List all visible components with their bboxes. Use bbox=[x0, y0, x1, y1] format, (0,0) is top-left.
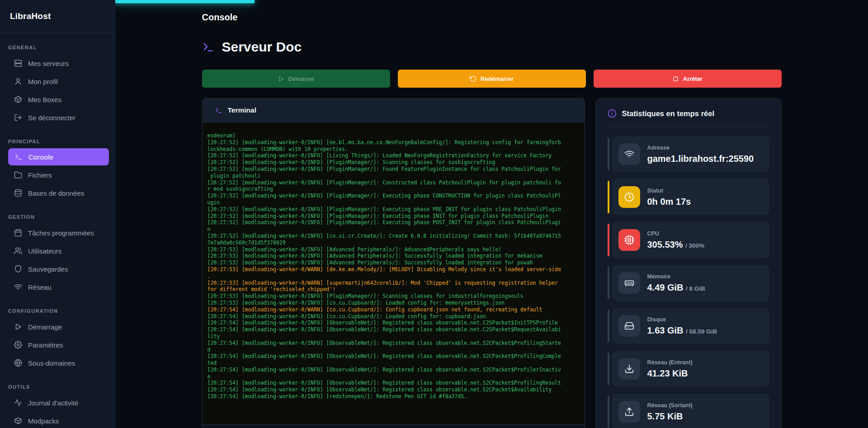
terminal-panel: Terminal exdeorum][20:27:52] [modloading… bbox=[202, 98, 585, 428]
log-line: [20:27:52] [modloading-worker-0/INFO] [c… bbox=[208, 233, 580, 240]
stat-value-main: 0h 0m 17s bbox=[647, 197, 691, 207]
stat-value: 1.63 GiB / 58.59 GiB bbox=[647, 325, 717, 336]
sidebar-item-modpacks[interactable]: Modpacks bbox=[0, 412, 115, 428]
stat-text: Adressegame1.librahost.fr:25590 bbox=[647, 145, 754, 164]
stat-card-cpu: CPU305.53% / 300% bbox=[612, 222, 769, 258]
sidebar-item-utilisateurs[interactable]: Utilisateurs bbox=[0, 242, 115, 260]
terminal-icon bbox=[215, 107, 222, 114]
log-line: [20:27:52] [modloading-worker-0/INFO] [P… bbox=[208, 179, 580, 186]
log-line: [20:27:54] [modloading-worker-0/WARN] [c… bbox=[208, 306, 580, 313]
sidebar-item-taches-programmees[interactable]: Tâches programmées bbox=[0, 224, 115, 242]
gear-icon bbox=[14, 341, 22, 349]
sidebar-item-sauvegardes[interactable]: Sauvegardes bbox=[0, 260, 115, 278]
log-line: 7e7a0da0c560c7d1d5f378929 bbox=[208, 240, 580, 246]
log-line: [20:27:53] [modloading-worker-0/WARN] [s… bbox=[208, 280, 580, 287]
stats-title: Statistiques en temps réel bbox=[622, 109, 715, 118]
sidebar-item-demarrage[interactable]: Démarrage bbox=[0, 318, 115, 336]
log-line: . bbox=[208, 273, 580, 280]
log-line: [20:27:53] [modloading-worker-0/INFO] [A… bbox=[208, 259, 580, 266]
stats-cards: Adressegame1.librahost.fr:25590Statut0h … bbox=[608, 136, 769, 428]
stat-icon-box bbox=[618, 315, 640, 337]
log-line: [20:27:52] [modloading-worker-0/INFO] [P… bbox=[208, 206, 580, 213]
stats-header: Statistiques en temps réel bbox=[608, 109, 769, 127]
restart-button[interactable]: Redémarrer bbox=[398, 70, 586, 88]
log-line: [20:27:52] [modloading-worker-0/INFO] [P… bbox=[208, 219, 580, 226]
stat-accent-bar bbox=[608, 353, 609, 385]
log-line: [20:27:53] [modloading-worker-0/INFO] [c… bbox=[208, 300, 580, 306]
stat-value-suffix: / 8 GiB bbox=[686, 285, 705, 292]
log-line: [20:27:54] [modloading-worker-0/INFO] [O… bbox=[208, 367, 580, 373]
stat-accent-bar bbox=[608, 138, 609, 170]
terminal-output[interactable]: exdeorum][20:27:52] [modloading-worker-0… bbox=[203, 122, 585, 424]
log-line: [20:27:54] [modloading-worker-0/INFO] [O… bbox=[208, 386, 580, 393]
play-icon bbox=[14, 323, 22, 331]
main-area: Console Serveur Doc Démarrer Redémarrer … bbox=[115, 0, 868, 428]
clock-icon bbox=[624, 192, 634, 202]
start-button[interactable]: Démarrer bbox=[202, 70, 390, 88]
log-line: [20:27:54] [modloading-worker-0/INFO] [c… bbox=[208, 313, 580, 320]
stat-value-suffix: / 58.59 GiB bbox=[686, 328, 717, 335]
log-line: lockheads:common (COMMON) with 10 proper… bbox=[208, 146, 580, 153]
stat-value: 41.23 KiB bbox=[647, 368, 693, 379]
log-line: for different modid 'rechiseled_chipped'… bbox=[208, 286, 580, 293]
log-line: [20:27:54] [modloading-worker-0/INFO] [r… bbox=[208, 393, 580, 400]
sidebar-item-fichiers[interactable]: Fichiers bbox=[0, 166, 115, 184]
stat-value-main: 5.75 KiB bbox=[647, 411, 683, 421]
stat-icon-box bbox=[618, 143, 640, 165]
stat-accent-bar bbox=[608, 267, 609, 299]
log-line: [20:27:54] [modloading-worker-0/INFO] [O… bbox=[208, 353, 580, 360]
wifi-icon bbox=[14, 283, 22, 291]
shield-icon bbox=[14, 265, 22, 273]
brand-logo: LibraHost bbox=[0, 0, 115, 33]
stop-button[interactable]: Arrêter bbox=[594, 70, 782, 88]
stat-icon-box bbox=[618, 229, 640, 251]
sidebar-item-bases-de-donnees[interactable]: Bases de données bbox=[0, 184, 115, 202]
stat-value-main: 41.23 KiB bbox=[647, 368, 688, 378]
terminal-icon bbox=[14, 153, 23, 161]
log-line: [20:27:52] [modloading-worker-0/INFO] [n… bbox=[208, 139, 580, 146]
stat-text: Statut0h 0m 17s bbox=[647, 188, 691, 207]
terminal-command-bar[interactable] bbox=[203, 424, 585, 428]
users-icon bbox=[14, 247, 22, 255]
log-line: [20:27:52] [modloading-worker-0/INFO] [P… bbox=[208, 193, 580, 199]
log-line: lity bbox=[208, 333, 580, 340]
stat-label: Mémoire bbox=[647, 273, 705, 280]
sidebar-item-label: Mes serveurs bbox=[28, 60, 69, 67]
stat-label: Disque bbox=[647, 316, 717, 323]
sidebar-item-sous-domaines[interactable]: Sous-domaines bbox=[0, 354, 115, 372]
stat-card-adresse: Adressegame1.librahost.fr:25590 bbox=[612, 136, 769, 172]
log-line: [20:27:54] [modloading-worker-0/INFO] [O… bbox=[208, 380, 580, 386]
globe-icon bbox=[14, 359, 22, 367]
log-line: plugin patchouli bbox=[208, 173, 580, 179]
sidebar-item-mon-profil[interactable]: Mon profil bbox=[0, 72, 115, 90]
stat-value: 4.49 GiB / 8 GiB bbox=[647, 282, 705, 293]
sidebar-item-reseau[interactable]: Réseau bbox=[0, 278, 115, 296]
stat-value: 0h 0m 17s bbox=[647, 197, 691, 207]
log-line: [20:27:53] [modloading-worker-0/INFO] [P… bbox=[208, 293, 580, 300]
sidebar-item-mes-boxes[interactable]: Mes Boxes bbox=[0, 90, 115, 108]
stat-label: Réseau (Entrant) bbox=[647, 359, 693, 366]
server-actions: Démarrer Redémarrer Arrêter bbox=[202, 70, 782, 88]
sidebar-item-parametres[interactable]: Paramètres bbox=[0, 336, 115, 354]
log-line: [20:27:52] [modloading-worker-0/INFO] [P… bbox=[208, 166, 580, 173]
stat-icon-box bbox=[618, 186, 640, 208]
sidebar-item-label: Bases de données bbox=[28, 189, 84, 197]
sidebar-section-label: GESTION bbox=[8, 214, 107, 220]
stat-value-main: game1.librahost.fr:25590 bbox=[647, 154, 754, 164]
log-line: [20:27:54] [modloading-worker-0/INFO] [O… bbox=[208, 320, 580, 326]
sidebar-item-console[interactable]: Console bbox=[8, 148, 109, 165]
upload-icon bbox=[624, 407, 634, 417]
stat-accent-bar bbox=[608, 181, 609, 213]
sidebar-item-label: Modpacks bbox=[28, 417, 59, 425]
cpu-icon bbox=[624, 235, 634, 245]
log-line: n bbox=[208, 226, 580, 233]
sidebar-item-label: Se déconnecter bbox=[28, 114, 75, 122]
sidebar-item-journal-d-activite[interactable]: Journal d'activité bbox=[0, 394, 115, 412]
log-line: r mod sushigocrafting bbox=[208, 186, 580, 193]
sidebar-item-mes-serveurs[interactable]: Mes serveurs bbox=[0, 54, 115, 72]
sidebar-nav: GÉNÉRALMes serveursMon profilMes BoxesSe… bbox=[0, 45, 115, 428]
sidebar-item-label: Tâches programmées bbox=[28, 229, 94, 237]
stop-icon bbox=[672, 75, 679, 82]
log-line: [20:27:54] [modloading-worker-0/INFO] [O… bbox=[208, 340, 580, 347]
sidebar-item-se-deconnecter[interactable]: Se déconnecter bbox=[0, 108, 115, 127]
